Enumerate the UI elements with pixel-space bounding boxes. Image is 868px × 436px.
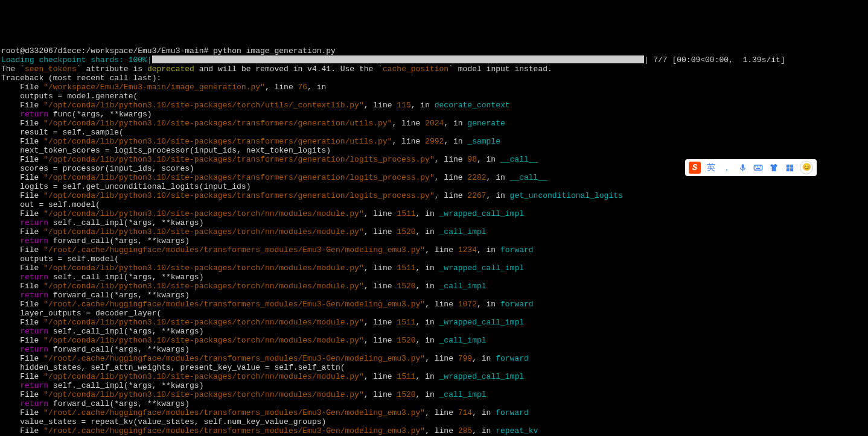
sogou-logo-icon[interactable]: S: [689, 162, 701, 174]
svg-rect-7: [790, 164, 793, 167]
ime-punct-indicator[interactable]: ，: [721, 162, 732, 173]
svg-rect-6: [786, 164, 789, 167]
warn-token: seen_tokens: [25, 65, 77, 74]
emoji-icon[interactable]: 😊: [800, 161, 813, 174]
svg-rect-3: [759, 166, 759, 167]
svg-rect-9: [790, 168, 793, 171]
svg-rect-2: [757, 166, 758, 167]
warn-cache: cache_position: [383, 65, 448, 74]
svg-rect-0: [754, 165, 762, 170]
ime-lang-indicator[interactable]: 英: [706, 162, 716, 173]
loading-prefix: Loading checkpoint shards: 100%|: [1, 55, 152, 65]
terminal-output[interactable]: root@d332067d1ece:/workspace/Emu3/Emu3-m…: [0, 36, 868, 436]
shirt-icon[interactable]: [768, 162, 779, 173]
svg-rect-1: [755, 166, 756, 167]
svg-rect-5: [756, 168, 761, 169]
svg-rect-8: [786, 168, 789, 171]
ime-toolbar[interactable]: S 英 ， 😊: [685, 159, 817, 176]
grid-icon[interactable]: [784, 162, 795, 173]
warn-text: and will be removed in v4.41. Use the `: [194, 65, 383, 74]
warn-text: The `: [1, 65, 25, 74]
progress-bar: [152, 55, 644, 63]
warn-text: ` attribute is: [77, 65, 147, 74]
keyboard-icon[interactable]: [753, 162, 764, 173]
microphone-icon[interactable]: [737, 162, 748, 173]
loading-suffix: | 7/7 [00:09<00:00, 1.39s/it]: [644, 55, 785, 65]
shell-prompt: root@d332067d1ece:/workspace/Emu3/Emu3-m…: [1, 46, 336, 55]
traceback-header: Traceback (most recent call last):: [1, 74, 161, 83]
svg-rect-4: [760, 166, 761, 167]
warn-deprecated: deprecated: [147, 65, 194, 74]
warn-text: ` model input instead.: [448, 65, 552, 74]
